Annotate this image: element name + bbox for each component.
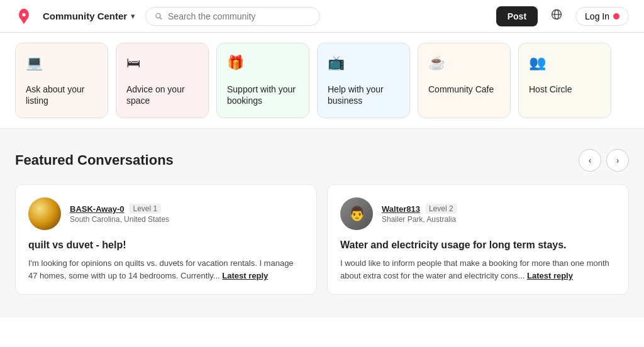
category-label-business: Help with your business: [328, 84, 384, 106]
conv-body-conv2: I would like to inform people that make …: [340, 257, 616, 282]
category-label-bookings: Support with your bookings: [227, 84, 296, 106]
category-label-circle: Host Circle: [529, 84, 572, 94]
nav-buttons: ‹ ›: [579, 149, 629, 172]
airbnb-logo-icon: [15, 8, 33, 25]
prev-button[interactable]: ‹: [579, 149, 601, 172]
latest-reply-conv2[interactable]: Latest reply: [527, 271, 573, 280]
category-icon-cafe: ☕: [428, 55, 500, 71]
user-name-row-conv2: Walter813 Level 2: [382, 204, 457, 214]
conv-user-conv1: BASK-Away-0 Level 1 South Carolina, Unit…: [28, 197, 304, 230]
globe-button[interactable]: [548, 6, 565, 26]
conversation-card-conv1: BASK-Away-0 Level 1 South Carolina, Unit…: [15, 184, 317, 295]
user-name-conv1[interactable]: BASK-Away-0: [70, 204, 124, 214]
user-info-conv1: BASK-Away-0 Level 1 South Carolina, Unit…: [70, 204, 169, 224]
user-location-conv2: Shailer Park, Australia: [382, 215, 457, 224]
category-card-space[interactable]: 🛏 Advice on your space: [116, 43, 209, 118]
category-card-cafe[interactable]: ☕ Community Cafe: [418, 43, 511, 118]
search-icon: [155, 12, 163, 21]
category-icon-circle: 👥: [529, 55, 601, 71]
category-label-listing: Ask about your listing: [26, 84, 84, 106]
category-label-cafe: Community Cafe: [428, 84, 494, 94]
category-card-circle[interactable]: 👥 Host Circle: [518, 43, 611, 118]
category-icon-business: 📺: [328, 55, 399, 71]
category-icon-listing: 💻: [26, 55, 97, 71]
user-name-conv2[interactable]: Walter813: [382, 204, 420, 214]
notification-dot: [613, 13, 619, 19]
latest-reply-conv1[interactable]: Latest reply: [222, 271, 268, 280]
category-icon-space: 🛏: [126, 55, 198, 71]
category-card-bookings[interactable]: 🎁 Support with your bookings: [216, 43, 309, 118]
conversations-grid: BASK-Away-0 Level 1 South Carolina, Unit…: [15, 184, 629, 295]
featured-header: Featured Conversations ‹ ›: [15, 149, 629, 172]
search-bar[interactable]: [145, 7, 320, 26]
category-label-space: Advice on your space: [126, 84, 185, 106]
user-location-conv1: South Carolina, United States: [70, 215, 169, 224]
category-icon-bookings: 🎁: [227, 55, 299, 71]
category-card-listing[interactable]: 💻 Ask about your listing: [15, 43, 108, 118]
avatar-conv1: [28, 197, 61, 230]
main-header: Community Center ▾ Post Log In: [0, 0, 644, 33]
conv-title-conv1: quilt vs duvet - help!: [28, 239, 304, 252]
conv-user-conv2: 👨 Walter813 Level 2 Shailer Park, Austra…: [340, 197, 616, 230]
user-info-conv2: Walter813 Level 2 Shailer Park, Australi…: [382, 204, 457, 224]
user-level-conv1: Level 1: [129, 204, 161, 214]
dropdown-chevron-icon: ▾: [131, 11, 135, 21]
conversation-card-conv2: 👨 Walter813 Level 2 Shailer Park, Austra…: [327, 184, 629, 295]
user-level-conv2: Level 2: [425, 204, 457, 214]
svg-line-1: [160, 17, 162, 19]
next-button[interactable]: ›: [606, 149, 629, 172]
category-card-business[interactable]: 📺 Help with your business: [317, 43, 410, 118]
login-button[interactable]: Log In: [575, 7, 629, 26]
user-name-row-conv1: BASK-Away-0 Level 1: [70, 204, 169, 214]
featured-section: Featured Conversations ‹ › BASK-Away-0 L…: [0, 129, 644, 317]
globe-icon: [550, 8, 563, 21]
search-input[interactable]: [168, 11, 311, 21]
logo-area[interactable]: [15, 8, 33, 25]
conv-body-conv1: I'm looking for opinions on quilts vs. d…: [28, 257, 304, 282]
categories-grid: 💻 Ask about your listing 🛏 Advice on you…: [15, 43, 629, 118]
featured-title: Featured Conversations: [15, 152, 174, 168]
post-button[interactable]: Post: [496, 6, 538, 26]
categories-section: 💻 Ask about your listing 🛏 Advice on you…: [0, 33, 644, 129]
avatar-conv2: 👨: [340, 197, 373, 230]
community-center-dropdown[interactable]: Community Center ▾: [43, 11, 135, 21]
community-center-title: Community Center: [43, 11, 127, 21]
conv-title-conv2: Water and electricity usage for long ter…: [340, 239, 616, 252]
